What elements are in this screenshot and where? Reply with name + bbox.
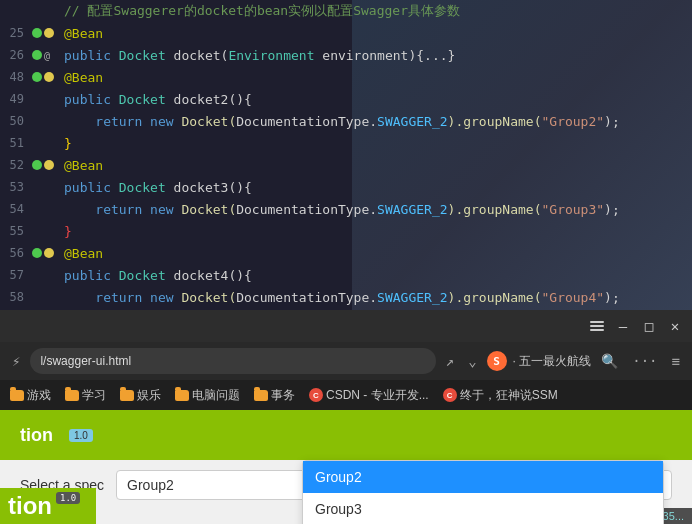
dropdown-icon[interactable]: ⌄ bbox=[464, 351, 480, 371]
code-line-48: 48 @Bean bbox=[0, 66, 692, 88]
dropdown-item-group3[interactable]: Group3 bbox=[303, 493, 663, 524]
more-icon[interactable]: ··· bbox=[628, 351, 661, 371]
line-icon-green bbox=[32, 248, 42, 258]
svg-rect-1 bbox=[590, 325, 604, 327]
swagger-header: tion 1.0 bbox=[0, 410, 692, 460]
bookmark-yule[interactable]: 娱乐 bbox=[114, 385, 167, 406]
swagger-tion-badge: tion 1.0 bbox=[0, 488, 96, 524]
maximize-button[interactable]: □ bbox=[636, 313, 662, 339]
search-icon[interactable]: 🔍 bbox=[597, 351, 622, 371]
code-line-56: 56 @Bean bbox=[0, 242, 692, 264]
bookmark-youxi[interactable]: 游戏 bbox=[4, 385, 57, 406]
title-bar: — □ ✕ bbox=[0, 310, 692, 342]
code-line-54: 54 return new Docket(DocumentationType.S… bbox=[0, 198, 692, 220]
url-text: l/swagger-ui.html bbox=[40, 354, 131, 368]
bookmark-xuexi[interactable]: 学习 bbox=[59, 385, 112, 406]
comment-text: // 配置Swaggerer的docket的bean实例以配置Swagger具体… bbox=[60, 2, 692, 20]
line-icon-yellow bbox=[44, 160, 54, 170]
share-icon[interactable]: ↗ bbox=[442, 351, 458, 371]
code-line-59: 59 } bbox=[0, 308, 692, 310]
csdn-logo: C bbox=[443, 388, 457, 402]
folder-icon bbox=[120, 390, 134, 401]
swagger-area: tion 1.0 Select a spec Group2 Group3 Gro… bbox=[0, 410, 692, 524]
tion-text: tion bbox=[8, 492, 52, 520]
settings-icon[interactable] bbox=[584, 313, 610, 339]
s-logo: S bbox=[487, 351, 507, 371]
folder-icon bbox=[175, 390, 189, 401]
line-icon-green bbox=[32, 50, 42, 60]
code-content: // 配置Swaggerer的docket的bean实例以配置Swagger具体… bbox=[0, 0, 692, 310]
line-icon-green bbox=[32, 72, 42, 82]
code-line-50: 50 return new Docket(DocumentationType.S… bbox=[0, 110, 692, 132]
folder-icon bbox=[65, 390, 79, 401]
code-editor: // 配置Swaggerer的docket的bean实例以配置Swagger具体… bbox=[0, 0, 692, 310]
code-line-26: 26 @ public Docket docket(Environment en… bbox=[0, 44, 692, 66]
url-input[interactable]: l/swagger-ui.html bbox=[30, 348, 435, 374]
minimize-button[interactable]: — bbox=[610, 313, 636, 339]
folder-icon bbox=[10, 390, 24, 401]
code-line-25: 25 @Bean bbox=[0, 22, 692, 44]
version-badge: 1.0 bbox=[56, 492, 80, 504]
csdn-logo: C bbox=[309, 388, 323, 402]
folder-icon bbox=[254, 390, 268, 401]
code-line-57: 57 public Docket docket4(){ bbox=[0, 264, 692, 286]
bookmark-diannao[interactable]: 电脑问题 bbox=[169, 385, 246, 406]
code-line-51: 51 } bbox=[0, 132, 692, 154]
line-icon-yellow bbox=[44, 248, 54, 258]
line-icon-yellow bbox=[44, 28, 54, 38]
bookmarks-bar: 游戏 学习 娱乐 电脑问题 事务 C CSDN - 专业开发... C 终于，狂… bbox=[0, 380, 692, 410]
menu-icon[interactable]: ≡ bbox=[668, 351, 684, 371]
dropdown-item-group2[interactable]: Group2 bbox=[303, 461, 663, 493]
code-line-53: 53 public Docket docket3(){ bbox=[0, 176, 692, 198]
browser-url-bar: ⚡ l/swagger-ui.html ↗ ⌄ S · 五一最火航线 🔍 ···… bbox=[0, 342, 692, 380]
bookmark-shiwu[interactable]: 事务 bbox=[248, 385, 301, 406]
line-icon-green bbox=[32, 28, 42, 38]
swagger-version: 1.0 bbox=[69, 429, 93, 442]
brand-text: · 五一最火航线 bbox=[513, 353, 592, 370]
line-icon-green bbox=[32, 160, 42, 170]
close-button[interactable]: ✕ bbox=[662, 313, 688, 339]
code-comment-line: // 配置Swaggerer的docket的bean实例以配置Swagger具体… bbox=[0, 0, 692, 22]
bookmark-csdn1[interactable]: C CSDN - 专业开发... bbox=[303, 385, 435, 406]
spec-dropdown[interactable]: Group2 Group3 Group4 Hello bbox=[302, 460, 664, 524]
svg-rect-2 bbox=[590, 329, 604, 331]
svg-rect-0 bbox=[590, 321, 604, 323]
swagger-title: tion bbox=[20, 425, 53, 446]
lightning-icon[interactable]: ⚡ bbox=[8, 351, 24, 371]
code-line-55: 55 } bbox=[0, 220, 692, 242]
code-line-58: 58 return new Docket(DocumentationType.S… bbox=[0, 286, 692, 308]
code-line-49: 49 public Docket docket2(){ bbox=[0, 88, 692, 110]
line-icon-yellow bbox=[44, 72, 54, 82]
bookmark-csdn2[interactable]: C 终于，狂神说SSM bbox=[437, 385, 564, 406]
code-line-52: 52 @Bean bbox=[0, 154, 692, 176]
